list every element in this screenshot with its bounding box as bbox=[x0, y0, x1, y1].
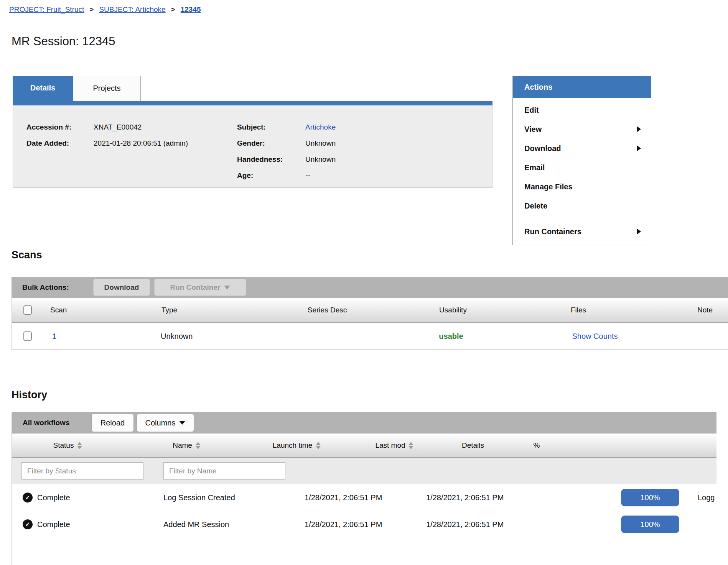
history-table-header: Status Name Launch time Last mod Details… bbox=[12, 434, 716, 458]
action-edit[interactable]: Edit bbox=[513, 100, 651, 120]
scan-row: 1 Unknown usable Show Counts bbox=[12, 323, 728, 350]
bulk-run-container-button[interactable]: Run Container bbox=[154, 279, 246, 296]
gender-value: Unknown bbox=[305, 135, 336, 151]
handedness-value: Unknown bbox=[305, 151, 336, 168]
scans-toolbar: Bulk Actions: Download Run Container bbox=[12, 277, 728, 298]
select-all-checkbox[interactable] bbox=[23, 305, 32, 315]
series-desc-column-header: Series Desc bbox=[308, 306, 347, 314]
subject-field: Subject: Artichoke bbox=[237, 119, 336, 135]
gender-field: Gender: Unknown bbox=[237, 135, 336, 151]
workflow-status: Complete bbox=[37, 493, 70, 502]
last-mod-column-header[interactable]: Last mod bbox=[375, 441, 413, 450]
age-value: -- bbox=[305, 168, 310, 184]
scan-column-header: Scan bbox=[50, 306, 67, 314]
tab-details[interactable]: Details bbox=[13, 76, 73, 101]
action-download[interactable]: Download bbox=[513, 139, 651, 158]
columns-button[interactable]: Columns bbox=[137, 414, 194, 432]
history-table: All workflows Reload Columns Status Name… bbox=[12, 412, 716, 565]
history-toolbar: All workflows Reload Columns bbox=[12, 412, 716, 434]
workflow-last-mod: 1/28/2021, 2:06:51 PM bbox=[426, 520, 504, 529]
action-view[interactable]: View bbox=[513, 120, 651, 139]
accession-value: XNAT_E00042 bbox=[94, 119, 142, 135]
tab-accent-bar bbox=[13, 101, 492, 105]
files-column-header: Files bbox=[571, 306, 586, 314]
details-column-header: Details bbox=[462, 441, 484, 450]
accession-field: Accession #: XNAT_E00042 bbox=[26, 119, 188, 135]
actions-menu: Actions Edit View Download Email Manage … bbox=[512, 76, 651, 245]
workflow-name: Added MR Session bbox=[163, 520, 229, 529]
action-run-containers[interactable]: Run Containers bbox=[513, 220, 651, 243]
workflow-launch-time: 1/28/2021, 2:06:51 PM bbox=[305, 520, 382, 529]
page-title: MR Session: 12345 bbox=[12, 34, 115, 48]
workflow-last-mod: 1/28/2021, 2:06:51 PM bbox=[426, 493, 504, 502]
status-column-header[interactable]: Status bbox=[53, 441, 82, 450]
submenu-arrow-icon bbox=[637, 145, 641, 151]
breadcrumb-separator: > bbox=[89, 5, 94, 14]
actions-menu-title: Actions bbox=[513, 76, 651, 98]
bulk-download-button[interactable]: Download bbox=[93, 279, 150, 296]
scans-table-header: Scan Type Series Desc Usability Files No… bbox=[12, 298, 728, 323]
progress-pill[interactable]: 100% bbox=[621, 489, 679, 506]
workflow-name: Log Session Created bbox=[163, 493, 235, 502]
history-heading: History bbox=[12, 389, 47, 401]
history-filter-row bbox=[12, 458, 716, 484]
breadcrumb-project-link[interactable]: PROJECT: Fruit_Struct bbox=[9, 5, 84, 14]
percent-column-header: % bbox=[534, 441, 540, 450]
details-left-column: Accession #: XNAT_E00042 Date Added: 202… bbox=[26, 119, 188, 151]
scans-table: Scan Type Series Desc Usability Files No… bbox=[12, 298, 728, 350]
workflow-details-text: Logg bbox=[698, 493, 715, 502]
subject-label: Subject: bbox=[237, 119, 305, 135]
scan-usability-value: usable bbox=[439, 332, 463, 341]
scans-heading: Scans bbox=[12, 249, 42, 261]
breadcrumb-subject-link[interactable]: SUBJECT: Artichoke bbox=[99, 5, 165, 14]
action-email[interactable]: Email bbox=[513, 158, 651, 177]
sort-icon bbox=[409, 442, 413, 449]
tab-projects[interactable]: Projects bbox=[73, 76, 141, 101]
date-added-label: Date Added: bbox=[26, 135, 94, 151]
scan-type-value: Unknown bbox=[161, 332, 193, 341]
actions-menu-list: Edit View Download Email Manage Files De… bbox=[513, 98, 651, 218]
sort-icon bbox=[77, 442, 82, 449]
actions-menu-footer: Run Containers bbox=[513, 218, 651, 245]
age-field: Age: -- bbox=[237, 168, 336, 184]
show-counts-link[interactable]: Show Counts bbox=[572, 332, 618, 341]
details-right-column: Subject: Artichoke Gender: Unknown Hande… bbox=[237, 119, 336, 184]
workflow-status: Complete bbox=[37, 520, 70, 529]
date-added-value: 2021-01-28 20:06:51 (admin) bbox=[94, 135, 188, 151]
name-column-header[interactable]: Name bbox=[173, 441, 200, 450]
handedness-field: Handedness: Unknown bbox=[237, 151, 336, 168]
usability-column-header: Usability bbox=[439, 306, 467, 314]
scan-id-link[interactable]: 1 bbox=[52, 332, 56, 341]
submenu-arrow-icon bbox=[637, 126, 641, 132]
filter-name-input[interactable] bbox=[163, 462, 285, 480]
history-row: ✓ Complete Log Session Created 1/28/2021… bbox=[12, 484, 716, 511]
accession-label: Accession #: bbox=[26, 119, 94, 135]
all-workflows-label: All workflows bbox=[23, 419, 69, 427]
note-column-header: Note bbox=[697, 306, 713, 314]
sort-icon bbox=[196, 442, 200, 449]
sort-icon bbox=[316, 442, 320, 449]
complete-check-icon: ✓ bbox=[23, 493, 33, 503]
dropdown-caret-icon bbox=[179, 421, 185, 425]
breadcrumb: PROJECT: Fruit_Struct > SUBJECT: Articho… bbox=[9, 5, 201, 14]
age-label: Age: bbox=[237, 168, 305, 184]
filter-status-input[interactable] bbox=[21, 462, 143, 480]
breadcrumb-session-link[interactable]: 12345 bbox=[181, 5, 201, 14]
details-panel: Accession #: XNAT_E00042 Date Added: 202… bbox=[13, 105, 492, 188]
dropdown-caret-icon bbox=[224, 286, 230, 289]
progress-pill[interactable]: 100% bbox=[621, 516, 679, 533]
type-column-header: Type bbox=[161, 306, 177, 314]
date-added-field: Date Added: 2021-01-28 20:06:51 (admin) bbox=[26, 135, 188, 151]
reload-button[interactable]: Reload bbox=[91, 414, 134, 432]
mr-session-page: PROJECT: Fruit_Struct > SUBJECT: Articho… bbox=[0, 0, 728, 565]
complete-check-icon: ✓ bbox=[23, 519, 33, 529]
details-block: Details Projects Accession #: XNAT_E0004… bbox=[13, 76, 492, 188]
launch-time-column-header[interactable]: Launch time bbox=[273, 441, 321, 450]
subject-link[interactable]: Artichoke bbox=[305, 119, 336, 135]
action-delete[interactable]: Delete bbox=[513, 196, 651, 215]
workflow-launch-time: 1/28/2021, 2:06:51 PM bbox=[305, 493, 382, 502]
scan-row-checkbox[interactable] bbox=[23, 332, 32, 341]
history-row: ✓ Complete Added MR Session 1/28/2021, 2… bbox=[12, 511, 716, 538]
action-manage-files[interactable]: Manage Files bbox=[513, 177, 651, 196]
bulk-actions-label: Bulk Actions: bbox=[22, 283, 69, 292]
